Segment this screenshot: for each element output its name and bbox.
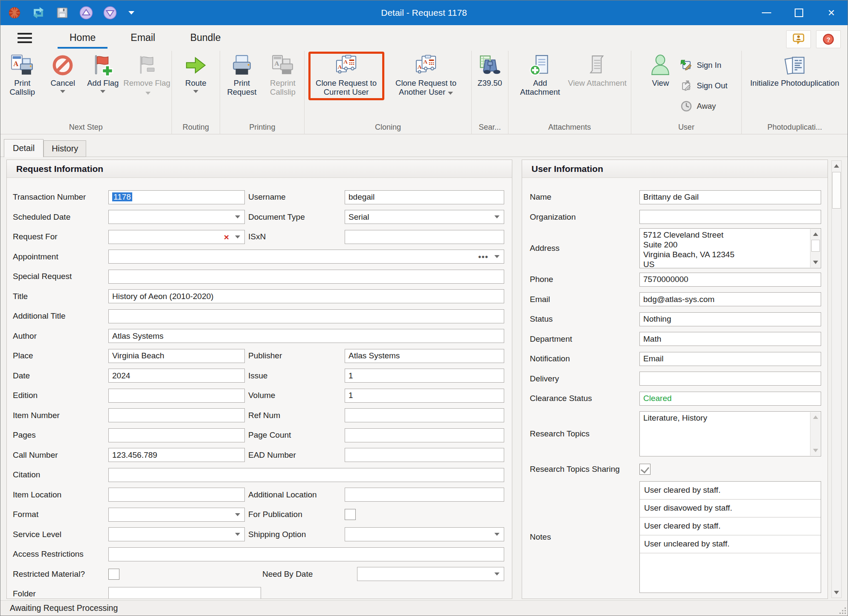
scheduled-date-field[interactable] (108, 210, 245, 224)
folder-field[interactable] (108, 587, 261, 599)
need-by-date-field[interactable] (357, 567, 504, 581)
chevron-down-icon[interactable] (235, 533, 240, 536)
format-field[interactable] (108, 508, 245, 522)
chevron-down-icon[interactable] (235, 215, 240, 218)
item-number-field[interactable] (108, 408, 245, 422)
appointment-field[interactable]: ••• (108, 250, 504, 264)
ref-num-field[interactable] (345, 408, 504, 422)
help-button[interactable]: ? (816, 30, 841, 48)
phone-field[interactable]: 7570000000 (639, 273, 821, 287)
call-number-field[interactable]: 123.456.789 (108, 448, 245, 462)
chevron-down-icon[interactable] (494, 215, 500, 218)
note-item[interactable]: User cleared by staff. (640, 482, 821, 500)
qat-dropdown-icon[interactable] (128, 11, 134, 15)
email-field[interactable]: bdg@atlas-sys.com (639, 292, 821, 306)
clear-icon[interactable]: × (224, 232, 229, 241)
edition-field[interactable] (108, 389, 245, 403)
print-callslip-button[interactable]: A Print Callslip (1, 52, 43, 96)
away-button[interactable]: Away (680, 96, 727, 116)
research-topics-sharing-checkbox[interactable] (639, 464, 651, 475)
notes-list[interactable]: User cleared by staff. User disavowed by… (639, 481, 821, 593)
access-restrictions-field[interactable] (108, 547, 504, 561)
author-field[interactable]: Atlas Systems (108, 329, 504, 343)
name-field[interactable]: Brittany de Gail (639, 190, 821, 204)
scroll-up-icon[interactable] (810, 229, 821, 239)
view-user-button[interactable]: View (645, 52, 676, 87)
shipping-option-field[interactable] (345, 527, 504, 541)
route-button[interactable]: Route (174, 52, 217, 93)
pages-field[interactable] (108, 428, 245, 442)
initialize-photoduplication-button[interactable]: Initialize Photoduplication (750, 52, 839, 87)
menu-icon[interactable] (17, 33, 32, 43)
cancel-button[interactable]: Cancel (43, 52, 82, 93)
date-field[interactable]: 2024 (108, 369, 245, 383)
vertical-scrollbar[interactable] (831, 160, 842, 598)
delivery-field[interactable] (639, 372, 821, 386)
organization-field[interactable] (639, 210, 821, 224)
sign-out-button[interactable]: Sign Out (680, 76, 727, 96)
clearance-status-field[interactable]: Cleared (639, 392, 821, 406)
issue-field[interactable]: 1 (345, 369, 504, 383)
chevron-down-icon[interactable] (494, 255, 500, 258)
scrollbar-thumb[interactable] (832, 172, 841, 209)
scroll-up-icon[interactable] (810, 412, 821, 422)
minimize-button[interactable] (750, 0, 783, 25)
research-topics-field[interactable]: Literature, History (639, 411, 821, 456)
ead-number-field[interactable] (345, 448, 504, 462)
address-scrollbar[interactable] (810, 229, 820, 267)
chevron-down-icon[interactable] (494, 572, 500, 575)
research-topics-scrollbar[interactable] (810, 412, 820, 456)
add-flag-button[interactable]: Add Flag (82, 52, 123, 93)
citation-field[interactable] (108, 468, 504, 482)
additional-title-field[interactable] (108, 309, 504, 323)
close-button[interactable]: × (815, 0, 848, 25)
move-up-icon[interactable] (79, 6, 93, 20)
chevron-down-icon[interactable] (494, 533, 500, 536)
department-field[interactable]: Math (639, 332, 821, 346)
volume-field[interactable]: 1 (345, 389, 504, 403)
isxn-field[interactable] (345, 230, 504, 244)
view-attachment-button[interactable]: View Attachment (568, 52, 627, 87)
special-request-field[interactable] (108, 270, 504, 284)
note-item[interactable]: User cleared by staff. (640, 517, 821, 535)
sign-in-button[interactable]: Sign In (680, 55, 727, 76)
tab-bundle[interactable]: Bundle (178, 28, 233, 49)
resize-grip[interactable] (839, 607, 846, 614)
print-request-button[interactable]: Print Request (221, 52, 262, 96)
chevron-down-icon[interactable] (235, 235, 240, 238)
scrollbar-thumb[interactable] (811, 240, 820, 252)
scroll-down-icon[interactable] (810, 257, 821, 267)
username-field[interactable]: bdegail (345, 190, 504, 204)
tab-home[interactable]: Home (58, 28, 107, 49)
publisher-field[interactable]: Atlas Systems (345, 349, 504, 363)
tab-email[interactable]: Email (119, 28, 167, 49)
add-attachment-button[interactable]: Add Attachment (512, 52, 568, 96)
scroll-down-icon[interactable] (832, 587, 841, 598)
title-field[interactable]: History of Aeon (2010-2020) (108, 289, 504, 303)
remove-flag-button[interactable]: Remove Flag (123, 52, 170, 96)
place-field[interactable]: Virginia Beach (108, 349, 245, 363)
app-logo-icon[interactable] (7, 6, 22, 20)
clone-request-another-user-button[interactable]: AA Clone Request to Another User (384, 52, 468, 96)
notification-field[interactable]: Email (639, 352, 821, 366)
scroll-down-icon[interactable] (810, 445, 821, 456)
page-count-field[interactable] (345, 428, 504, 442)
sync-icon[interactable] (31, 6, 46, 20)
additional-location-field[interactable] (345, 488, 504, 502)
address-field[interactable]: 5712 Cleveland Street Suite 200 Virginia… (639, 228, 821, 268)
for-publication-checkbox[interactable] (345, 509, 356, 520)
clone-request-current-user-button[interactable]: AA Clone Request to Current User (308, 52, 384, 100)
transaction-number-field[interactable]: 1178 (108, 190, 245, 204)
tab-history[interactable]: History (44, 140, 86, 157)
user-card-button[interactable] (786, 30, 811, 48)
ellipsis-icon[interactable]: ••• (478, 255, 488, 259)
status-field[interactable]: Nothing (639, 312, 821, 326)
maximize-button[interactable] (783, 0, 815, 25)
note-item[interactable]: User uncleared by staff. (640, 535, 821, 553)
document-type-field[interactable]: Serial (345, 210, 504, 224)
scroll-up-icon[interactable] (832, 161, 841, 171)
request-for-field[interactable]: × (108, 230, 245, 244)
move-down-icon[interactable] (103, 6, 117, 20)
service-level-field[interactable] (108, 527, 245, 541)
tab-detail[interactable]: Detail (4, 139, 44, 157)
